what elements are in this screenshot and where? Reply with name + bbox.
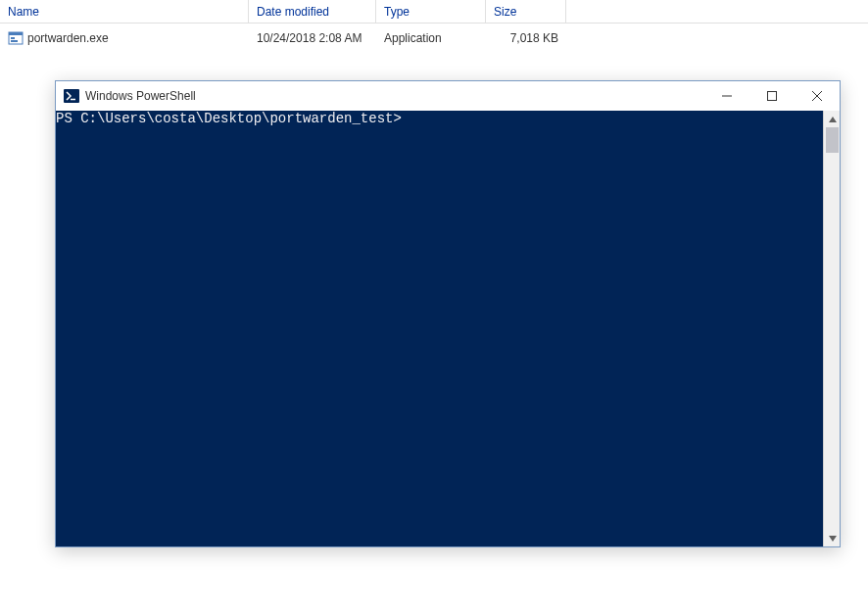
file-size-cell: 7,018 KB <box>486 29 566 47</box>
maximize-button[interactable] <box>749 81 795 111</box>
powershell-titlebar[interactable]: Windows PowerShell <box>56 81 840 111</box>
close-button[interactable] <box>795 81 840 111</box>
file-type-cell: Application <box>376 29 486 47</box>
file-date-cell: 10/24/2018 2:08 AM <box>249 29 376 47</box>
scroll-up-arrow-icon[interactable] <box>824 111 841 127</box>
column-header-name[interactable]: Name <box>0 0 249 23</box>
svg-rect-3 <box>11 40 18 42</box>
terminal-scrollbar[interactable] <box>823 111 840 546</box>
powershell-prompt: PS C:\Users\costa\Desktop\portwarden_tes… <box>56 111 402 126</box>
file-name-text: portwarden.exe <box>27 31 109 45</box>
window-controls <box>704 81 840 111</box>
file-explorer-list: Name Date modified Type Size portwarden.… <box>0 0 868 47</box>
svg-rect-1 <box>9 32 23 35</box>
svg-rect-7 <box>768 92 777 101</box>
exe-file-icon <box>8 30 24 46</box>
explorer-column-headers: Name Date modified Type Size <box>0 0 868 24</box>
powershell-title-text: Windows PowerShell <box>85 89 704 103</box>
powershell-window: Windows PowerShell PS C:\Users\costa\Des… <box>55 80 841 547</box>
powershell-icon <box>64 88 79 104</box>
powershell-terminal[interactable]: PS C:\Users\costa\Desktop\portwarden_tes… <box>56 111 823 546</box>
file-name-cell: portwarden.exe <box>0 28 249 48</box>
scroll-down-arrow-icon[interactable] <box>824 530 841 546</box>
column-header-date[interactable]: Date modified <box>249 0 376 23</box>
minimize-button[interactable] <box>704 81 749 111</box>
column-header-type[interactable]: Type <box>376 0 486 23</box>
scroll-thumb[interactable] <box>826 127 839 153</box>
column-header-size[interactable]: Size <box>486 0 566 23</box>
svg-rect-2 <box>11 37 15 39</box>
powershell-body: PS C:\Users\costa\Desktop\portwarden_tes… <box>56 111 840 546</box>
file-row[interactable]: portwarden.exe 10/24/2018 2:08 AM Applic… <box>0 24 868 47</box>
